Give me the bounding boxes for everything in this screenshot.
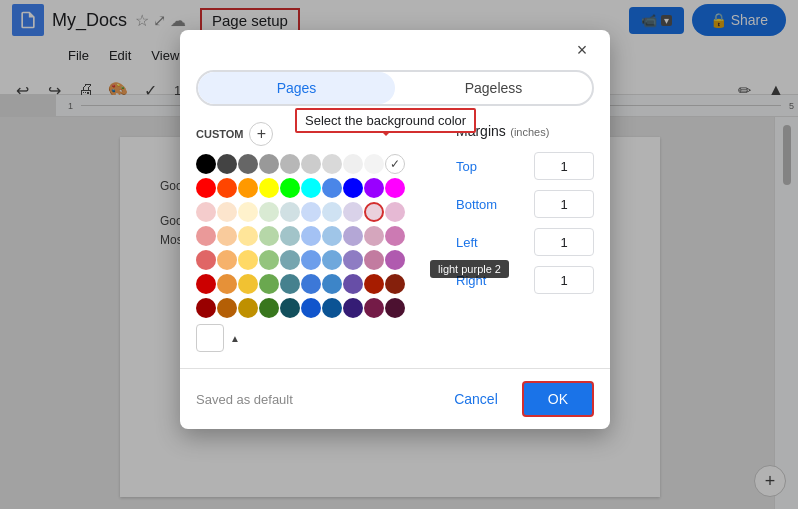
color-swatch-light-green1[interactable] [259,202,279,222]
top-margin-row: Top [456,152,594,180]
color-swatch-black[interactable] [196,154,216,174]
white-swatch-area: ▲ [196,324,436,352]
color-swatch-dark-green2[interactable] [259,298,279,318]
dialog-footer: Saved as default Cancel OK [180,368,610,429]
saved-default-text: Saved as default [196,392,293,407]
dialog-tabs: Pages Pageless [196,70,594,106]
dialog-close-button[interactable]: × [570,38,594,62]
color-swatch-white[interactable] [385,154,405,174]
color-swatch-light-pink2[interactable] [364,226,384,246]
color-swatch-dark-gray1[interactable] [280,154,300,174]
color-swatch-dark-cyan1[interactable] [280,274,300,294]
color-swatch-red[interactable] [196,178,216,198]
color-swatch-magenta[interactable] [385,178,405,198]
custom-label: CUSTOM [196,128,243,140]
color-swatch-dark-blue2[interactable] [322,298,342,318]
color-swatch-light-purple1[interactable] [343,202,363,222]
color-swatch-light-gray3[interactable] [322,154,342,174]
color-swatch-dark-cornflower1[interactable] [301,274,321,294]
color-callout: Select the background color [295,108,476,133]
white-color-swatch[interactable] [196,324,224,352]
color-swatch-dark-purple1[interactable] [343,274,363,294]
color-swatch-mid-green1[interactable] [259,250,279,270]
color-swatch-dark-magenta1[interactable] [385,274,405,294]
color-swatch-cyan[interactable] [301,178,321,198]
color-swatch-light-gray1[interactable] [364,154,384,174]
left-margin-row: Left [456,228,594,256]
color-swatch-dark-purple2[interactable] [343,298,363,318]
color-swatch-dark-orange2[interactable] [217,298,237,318]
color-swatch-dark-gray3[interactable] [238,154,258,174]
add-custom-color-button[interactable]: + [249,122,273,146]
color-swatch-light-orange1[interactable] [217,202,237,222]
color-swatch-dark-cyan2[interactable] [280,298,300,318]
margins-section: Margins (inches) Top Bottom Left Right [436,122,594,352]
color-swatch-light-magenta2[interactable] [385,226,405,246]
color-swatch-mid-orange1[interactable] [217,250,237,270]
bottom-margin-input[interactable] [534,190,594,218]
color-swatch-dark-yellow2[interactable] [238,298,258,318]
right-margin-row: Right [456,266,594,294]
ok-button[interactable]: OK [522,381,594,417]
color-row-5 [196,250,436,270]
color-swatch-dark-red2[interactable] [196,298,216,318]
color-swatch-mid-red1[interactable] [196,250,216,270]
color-swatch-light-blue1[interactable] [322,202,342,222]
color-swatch-dark-blue1[interactable] [322,274,342,294]
tab-pages[interactable]: Pages [198,72,395,104]
color-swatch-dark-pink2[interactable] [364,298,384,318]
color-swatch-dark-magenta2[interactable] [385,298,405,318]
color-swatch-mid-pink1[interactable] [364,250,384,270]
color-swatch-blue[interactable] [343,178,363,198]
right-margin-label: Right [456,273,486,288]
color-swatch-green[interactable] [280,178,300,198]
color-swatch-light-cornflower2[interactable] [301,226,321,246]
color-swatch-violet[interactable] [364,178,384,198]
color-swatch-light-orange2[interactable] [217,226,237,246]
swatch-expand-button[interactable]: ▲ [230,333,240,344]
color-swatch-dark-pink1[interactable] [364,274,384,294]
color-swatch-orange[interactable] [238,178,258,198]
color-grid-container: ▲ [196,154,436,352]
color-swatch-mid-magenta1[interactable] [385,250,405,270]
color-row-7 [196,298,436,318]
color-swatch-light-yellow1[interactable] [238,202,258,222]
color-row-3 [196,202,436,222]
color-swatch-dark-red1[interactable] [196,274,216,294]
color-swatch-light-gray2[interactable] [343,154,363,174]
color-swatch-mid-purple1[interactable] [343,250,363,270]
color-swatch-dark-gray2[interactable] [259,154,279,174]
color-swatch-light-cornflower1[interactable] [301,202,321,222]
cancel-button[interactable]: Cancel [438,383,514,415]
color-swatch-light-red1[interactable] [196,202,216,222]
color-swatch-yellow[interactable] [259,178,279,198]
color-swatch-light-pink1[interactable] [364,202,384,222]
color-row-4 [196,226,436,246]
top-margin-input[interactable] [534,152,594,180]
color-row-2 [196,178,436,198]
color-swatch-light-purple2[interactable] [343,226,363,246]
color-swatch-dark-yellow1[interactable] [238,274,258,294]
color-swatch-red-orange[interactable] [217,178,237,198]
color-swatch-mid-yellow1[interactable] [238,250,258,270]
right-margin-input[interactable] [534,266,594,294]
color-swatch-light-green2[interactable] [259,226,279,246]
color-swatch-light-blue2[interactable] [322,226,342,246]
color-swatch-light-magenta1[interactable] [385,202,405,222]
color-swatch-mid-cyan1[interactable] [280,250,300,270]
color-swatch-gray[interactable] [301,154,321,174]
tab-pageless[interactable]: Pageless [395,72,592,104]
color-swatch-light-cyan1[interactable] [280,202,300,222]
color-swatch-dark-orange1[interactable] [217,274,237,294]
color-swatch-light-cyan2[interactable] [280,226,300,246]
color-swatch-cornflower[interactable] [322,178,342,198]
color-swatch-light-yellow2[interactable] [238,226,258,246]
color-swatch-dark-green1[interactable] [259,274,279,294]
color-swatch-dark-gray4[interactable] [217,154,237,174]
color-swatch-light-red2[interactable] [196,226,216,246]
left-margin-input[interactable] [534,228,594,256]
color-swatch-mid-cornflower1[interactable] [301,250,321,270]
margins-header: Margins (inches) [456,122,594,140]
color-swatch-mid-blue1[interactable] [322,250,342,270]
color-swatch-dark-cornflower2[interactable] [301,298,321,318]
